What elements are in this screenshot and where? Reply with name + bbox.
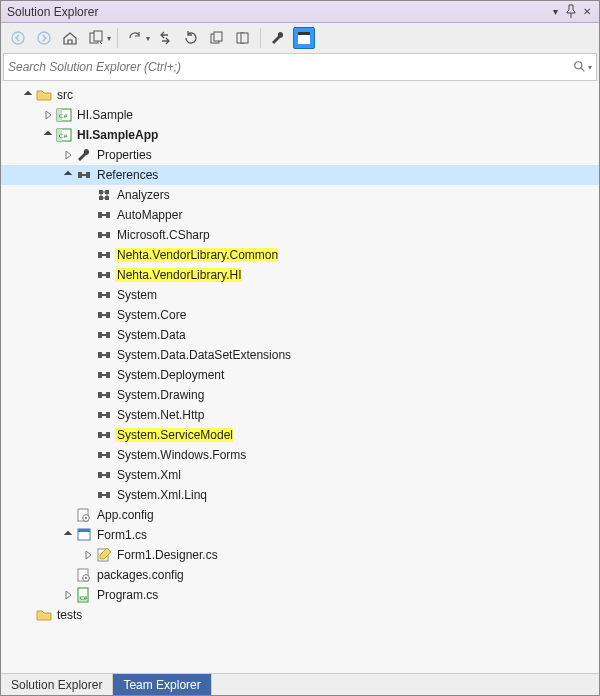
expand-arrow-icon	[81, 288, 95, 302]
tab-team-explorer[interactable]: Team Explorer	[113, 674, 211, 695]
tree-item-label: Program.cs	[95, 588, 158, 602]
tree-item[interactable]: System.Data.DataSetExtensions	[1, 345, 599, 365]
tree-item-label: System.Xml	[115, 468, 181, 482]
tree-item-label: System	[115, 288, 157, 302]
properties-button[interactable]	[267, 27, 289, 49]
tree-item[interactable]: System.Drawing	[1, 385, 599, 405]
svg-rect-5	[214, 32, 222, 41]
expand-arrow-icon	[81, 368, 95, 382]
sync-button[interactable]	[154, 27, 176, 49]
pin-icon[interactable]	[563, 5, 579, 19]
search-options-chevron-icon[interactable]: ▾	[588, 63, 592, 72]
tree-item-label: System.Drawing	[115, 388, 204, 402]
search-input[interactable]	[8, 60, 570, 74]
expand-arrow-icon[interactable]	[61, 168, 75, 182]
search-bar[interactable]: ▾	[3, 53, 597, 81]
expand-arrow-icon[interactable]	[41, 128, 55, 142]
collapse-all-button[interactable]	[206, 27, 228, 49]
csproj-icon	[55, 107, 73, 123]
tree-item[interactable]: System	[1, 285, 599, 305]
tree-item-label: Nehta.VendorLibrary.HI	[115, 268, 242, 282]
show-all-files-button[interactable]	[232, 27, 254, 49]
solution-tree[interactable]: srcHI.SampleHI.SampleAppPropertiesRefere…	[1, 81, 599, 673]
window-options-icon[interactable]: ▾	[547, 5, 563, 19]
tree-item-label: Microsoft.CSharp	[115, 228, 210, 242]
expand-arrow-icon	[81, 188, 95, 202]
tree-item-label: src	[55, 88, 73, 102]
tree-item[interactable]: AutoMapper	[1, 205, 599, 225]
expand-arrow-icon[interactable]	[41, 108, 55, 122]
ref-icon	[95, 307, 113, 323]
expand-arrow-icon	[81, 208, 95, 222]
ref-icon	[95, 387, 113, 403]
tree-item-label: HI.Sample	[75, 108, 133, 122]
tree-item[interactable]: System.Core	[1, 305, 599, 325]
tree-item[interactable]: System.ServiceModel	[1, 425, 599, 445]
tree-item[interactable]: System.Windows.Forms	[1, 445, 599, 465]
preview-selected-button[interactable]	[293, 27, 315, 49]
search-icon[interactable]	[570, 60, 590, 74]
tree-item[interactable]: Program.cs	[1, 585, 599, 605]
expand-arrow-icon	[81, 348, 95, 362]
tree-item[interactable]: Properties	[1, 145, 599, 165]
expand-arrow-icon[interactable]	[61, 528, 75, 542]
tree-item[interactable]: Nehta.VendorLibrary.HI	[1, 265, 599, 285]
dropdown-chevron-icon[interactable]: ▾	[146, 34, 150, 43]
svg-point-0	[12, 32, 24, 44]
tree-item[interactable]: Analyzers	[1, 185, 599, 205]
config-icon	[75, 507, 93, 523]
designer-icon	[95, 547, 113, 563]
tree-item[interactable]: src	[1, 85, 599, 105]
svg-rect-3	[94, 31, 102, 41]
panel-title: Solution Explorer	[5, 5, 547, 19]
expand-arrow-icon[interactable]	[61, 148, 75, 162]
expand-arrow-icon[interactable]	[61, 588, 75, 602]
folder-icon	[35, 87, 53, 103]
ref-icon	[95, 407, 113, 423]
svg-rect-9	[298, 32, 310, 35]
refresh-button[interactable]	[180, 27, 202, 49]
tree-item[interactable]: Nehta.VendorLibrary.Common	[1, 245, 599, 265]
panel-tabstrip: Solution Explorer Team Explorer	[1, 673, 599, 695]
tree-item[interactable]: References	[1, 165, 599, 185]
expand-arrow-icon	[81, 488, 95, 502]
ref-icon	[95, 467, 113, 483]
tree-item[interactable]: System.Deployment	[1, 365, 599, 385]
tree-item-label: App.config	[95, 508, 154, 522]
ref-icon	[95, 287, 113, 303]
expand-arrow-icon[interactable]	[81, 548, 95, 562]
tree-item[interactable]: packages.config	[1, 565, 599, 585]
tree-item[interactable]: Form1.cs	[1, 525, 599, 545]
tree-item[interactable]: System.Net.Http	[1, 405, 599, 425]
tree-item-label: HI.SampleApp	[75, 128, 158, 142]
tree-item-label: System.Net.Http	[115, 408, 204, 422]
tree-item[interactable]: tests	[1, 605, 599, 625]
tree-item-label: Form1.Designer.cs	[115, 548, 218, 562]
expand-arrow-icon[interactable]	[21, 88, 35, 102]
toolbar: ▾ ▾	[1, 23, 599, 53]
tab-solution-explorer[interactable]: Solution Explorer	[1, 674, 113, 695]
back-button[interactable]	[7, 27, 29, 49]
close-icon[interactable]: ✕	[579, 5, 595, 19]
tree-item-label: References	[95, 168, 158, 182]
tree-item[interactable]: System.Data	[1, 325, 599, 345]
home-button[interactable]	[59, 27, 81, 49]
expand-arrow-icon	[81, 248, 95, 262]
tree-item-label: System.Windows.Forms	[115, 448, 246, 462]
tree-item[interactable]: System.Xml.Linq	[1, 485, 599, 505]
tree-item[interactable]: App.config	[1, 505, 599, 525]
pending-changes-filter-button[interactable]	[124, 27, 146, 49]
tree-item[interactable]: System.Xml	[1, 465, 599, 485]
view-switcher-button[interactable]	[85, 27, 107, 49]
dropdown-chevron-icon[interactable]: ▾	[107, 34, 111, 43]
config-icon	[75, 567, 93, 583]
expand-arrow-icon	[81, 308, 95, 322]
tree-item[interactable]: Form1.Designer.cs	[1, 545, 599, 565]
forward-button[interactable]	[33, 27, 55, 49]
expand-arrow-icon	[81, 448, 95, 462]
tree-item[interactable]: Microsoft.CSharp	[1, 225, 599, 245]
tree-item[interactable]: HI.Sample	[1, 105, 599, 125]
toolbar-separator	[117, 28, 118, 48]
tree-item[interactable]: HI.SampleApp	[1, 125, 599, 145]
ref-icon	[95, 267, 113, 283]
